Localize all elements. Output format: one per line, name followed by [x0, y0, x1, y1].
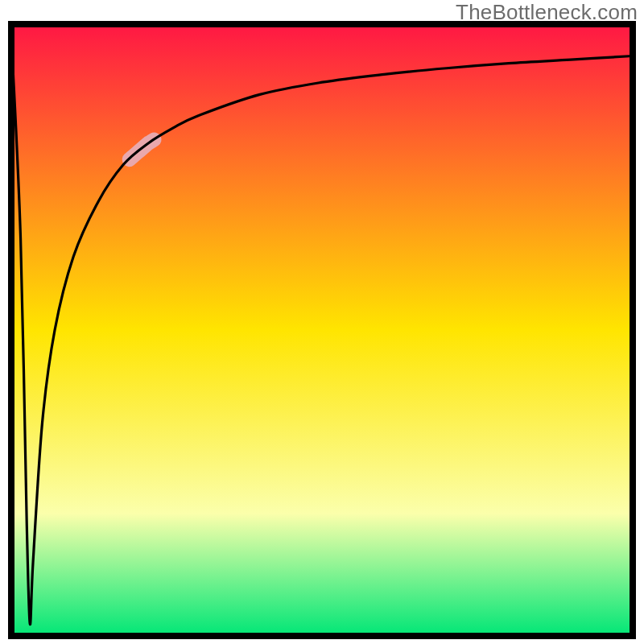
- chart-canvas: [0, 0, 644, 644]
- chart-container: TheBottleneck.com: [0, 0, 644, 644]
- watermark-text: TheBottleneck.com: [456, 0, 638, 25]
- plot-area: [11, 24, 633, 636]
- gradient-background: [11, 24, 633, 636]
